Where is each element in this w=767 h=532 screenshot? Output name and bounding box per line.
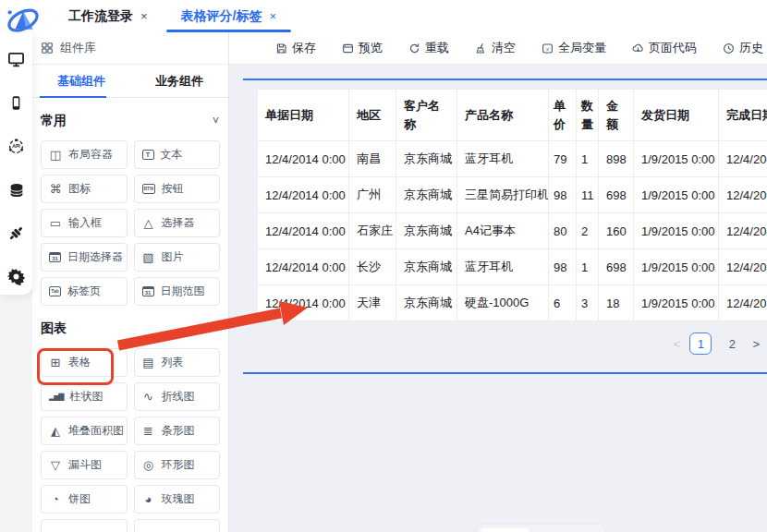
- canvas-bottom-tab[interactable]: 页面: [481, 528, 529, 532]
- pagination-prev-icon[interactable]: <: [674, 337, 681, 351]
- component-item-donut[interactable]: ◎环形图: [134, 451, 221, 479]
- component-item-horizontal-bar[interactable]: ≣条形图: [134, 417, 221, 445]
- component-item-button[interactable]: BTN按钮: [134, 175, 221, 203]
- component-item-label: 表格: [68, 355, 91, 370]
- rail-item-database[interactable]: [6, 181, 27, 201]
- window-tab-bar: 工作流登录×表格评分/标签×: [0, 0, 767, 32]
- save-icon: [274, 42, 287, 54]
- table-cell: 3: [577, 285, 599, 321]
- icon-set-icon: ⌘: [49, 183, 62, 195]
- toolbar-button[interactable]: 历史: [722, 40, 763, 56]
- component-item-date-picker[interactable]: 31日期选择器: [41, 243, 128, 272]
- table-cell: 1: [577, 249, 599, 285]
- component-item-tabs[interactable]: Tab标签页: [41, 277, 128, 306]
- api-icon: API: [7, 138, 25, 158]
- component-item-funnel[interactable]: ▽漏斗图: [41, 451, 128, 479]
- canvas-bottom-tab[interactable]: 添加弹窗: [530, 528, 601, 532]
- window-tab-label: 工作流登录: [68, 8, 133, 25]
- component-item-date-range[interactable]: 31日期范围: [134, 277, 221, 306]
- panel-tab[interactable]: 基础组件: [32, 65, 130, 97]
- toolbar-button[interactable]: 清空: [474, 40, 516, 56]
- chevron-down-icon[interactable]: ˅: [213, 115, 219, 127]
- table-cell: 京东商城: [396, 213, 457, 249]
- table-row[interactable]: 12/4/2014 0:00广州京东商城三星简易打印机98116981/9/20…: [258, 177, 767, 213]
- component-item-label: 饼图: [68, 491, 91, 507]
- column-header: 数量: [577, 90, 599, 141]
- grid-icon: [41, 42, 54, 54]
- table-cell: 898: [599, 141, 634, 177]
- component-item-label: 文本: [161, 147, 183, 163]
- tabs-icon: Tab: [49, 286, 61, 296]
- table-cell: A4记事本: [457, 213, 549, 249]
- component-library-header: 组件库: [32, 32, 229, 64]
- table-cell: 京东商城: [396, 285, 457, 321]
- table-cell: 长沙: [349, 249, 396, 285]
- pagination-page[interactable]: 2: [721, 332, 743, 355]
- image-icon: ▧: [142, 251, 155, 263]
- close-icon[interactable]: ×: [269, 9, 276, 23]
- table-cell: 天津: [349, 285, 396, 321]
- component-item[interactable]: [41, 519, 128, 532]
- toolbar-button-label: 预览: [359, 40, 383, 56]
- component-item-label: 图标: [68, 181, 91, 197]
- preview-icon: [341, 42, 354, 54]
- close-icon[interactable]: ×: [140, 9, 148, 23]
- component-item-bar-chart[interactable]: ▂▅▇柱状图: [41, 382, 128, 411]
- design-canvas[interactable]: 单据日期地区客户名称产品名称单价数量金额发货日期完成日期 12/4/2014 0…: [229, 65, 767, 532]
- table-row[interactable]: 12/4/2014 0:00石家庄京东商城A4记事本8021601/9/2015…: [258, 213, 767, 249]
- toolbar-button[interactable]: x全局变量: [541, 40, 606, 56]
- window-tab[interactable]: 工作流登录×: [52, 0, 164, 32]
- component-item-select[interactable]: △选择器: [134, 209, 221, 237]
- panel-tab[interactable]: 业务组件: [130, 65, 228, 97]
- table-cell: 98: [549, 177, 577, 213]
- section-header-common: 常用 ˅: [41, 113, 219, 129]
- component-item-label: 按钮: [162, 181, 184, 197]
- svg-text:API: API: [12, 143, 20, 149]
- component-item-list[interactable]: ▤列表: [134, 348, 221, 377]
- component-item-line-chart[interactable]: ∿折线图: [134, 382, 221, 411]
- toolbar-button[interactable]: 预览: [341, 40, 383, 56]
- window-tab[interactable]: 表格评分/标签×: [164, 0, 293, 32]
- toolbar-button[interactable]: 重载: [408, 40, 449, 56]
- toolbar-button-label: 全局变量: [558, 40, 606, 56]
- component-item-label: 日期范围: [161, 284, 205, 299]
- table-row[interactable]: 12/4/2014 0:00天津京东商城硬盘-1000G63181/9/2015…: [258, 285, 767, 321]
- pagination-next-icon[interactable]: >: [752, 337, 760, 351]
- component-item-table[interactable]: ⊞表格: [41, 348, 128, 377]
- pagination-page[interactable]: 1: [689, 332, 712, 355]
- table-row[interactable]: 12/4/2014 0:00长沙京东商城蓝牙耳机9816981/9/2015 0…: [258, 249, 767, 285]
- component-item-label: 输入框: [68, 215, 102, 231]
- rail-item-mobile[interactable]: [6, 94, 27, 115]
- select-icon: △: [142, 217, 155, 229]
- component-item-stacked-area[interactable]: ◭堆叠面积图: [41, 417, 128, 445]
- table-cell: 18: [599, 285, 634, 321]
- component-item[interactable]: [134, 519, 221, 532]
- component-item-layout-container[interactable]: ◫布局容器: [41, 140, 128, 169]
- settings-icon: [7, 268, 25, 288]
- table-cell: 12/4/2014 0:00: [258, 141, 349, 177]
- component-item-icon-set[interactable]: ⌘图标: [41, 175, 128, 203]
- table-cell: 京东商城: [396, 177, 457, 213]
- column-header: 单价: [549, 90, 577, 141]
- funnel-icon: ▽: [49, 459, 62, 471]
- chevron-down-icon[interactable]: ˅: [213, 322, 219, 335]
- component-item-rose[interactable]: ◕玫瑰图: [134, 485, 221, 514]
- rail-item-desktop[interactable]: [6, 51, 27, 71]
- table-cell: 12/4/2014 0:00: [258, 285, 349, 321]
- component-item-image[interactable]: ▧图片: [134, 243, 221, 272]
- chart-components-grid: ⊞表格▤列表▂▅▇柱状图∿折线图◭堆叠面积图≣条形图▽漏斗图◎环形图◔饼图◕玫瑰…: [32, 348, 228, 532]
- table-row[interactable]: 12/4/2014 0:00南昌京东商城蓝牙耳机7918981/9/2015 0…: [258, 141, 767, 177]
- bar-chart-icon: ▂▅▇: [49, 393, 63, 401]
- line-chart-icon: ∿: [142, 391, 155, 403]
- rail-item-settings[interactable]: [6, 268, 27, 288]
- toolbar-button[interactable]: 页面代码: [631, 40, 697, 56]
- component-item-pie[interactable]: ◔饼图: [41, 485, 128, 514]
- toolbar-button[interactable]: 保存: [274, 40, 316, 56]
- layout-container-icon: ◫: [49, 149, 62, 161]
- rail-item-api[interactable]: API: [6, 138, 27, 158]
- component-item-input[interactable]: ▭输入框: [41, 209, 128, 237]
- component-item-label: 日期选择器: [67, 249, 123, 265]
- component-item-text[interactable]: T文本: [134, 140, 221, 169]
- component-item-label: 堆叠面积图: [68, 423, 124, 439]
- rail-item-plug[interactable]: [6, 224, 27, 245]
